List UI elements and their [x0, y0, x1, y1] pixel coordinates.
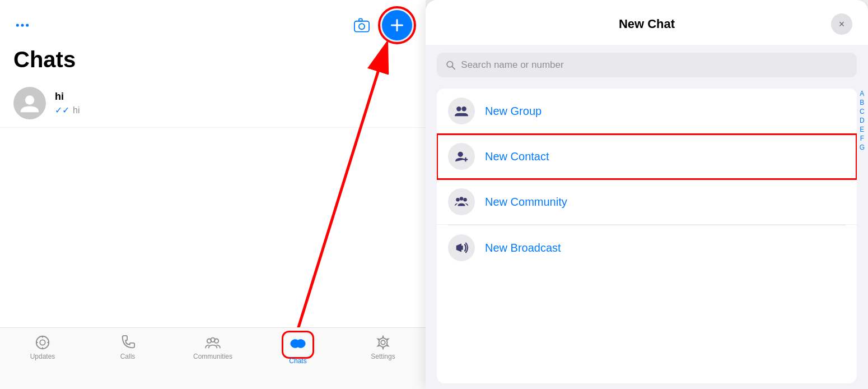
svg-point-31	[463, 198, 467, 202]
chat-preview: ✓✓ hi	[55, 105, 80, 115]
svg-rect-5	[359, 18, 362, 21]
chat-list-item[interactable]: hi ✓✓ hi	[0, 79, 426, 128]
new-contact-item[interactable]: New Contact	[437, 134, 857, 179]
svg-point-12	[40, 340, 45, 345]
search-bar[interactable]	[437, 53, 857, 77]
svg-point-27	[458, 152, 463, 157]
right-panel: New Chat × New Group	[426, 0, 868, 389]
community-icon	[454, 194, 469, 209]
tab-communities[interactable]: Communities	[170, 335, 255, 360]
svg-point-0	[16, 24, 19, 26]
tab-communities-label: Communities	[193, 353, 232, 360]
svg-point-22	[381, 340, 385, 344]
svg-line-24	[452, 67, 455, 70]
header-icons	[353, 10, 412, 40]
group-icon	[454, 104, 469, 118]
tab-updates-label: Updates	[30, 353, 55, 360]
left-panel: Chats hi ✓✓ hi	[0, 0, 426, 389]
svg-point-23	[447, 62, 452, 67]
new-broadcast-item[interactable]: New Broadcast	[437, 225, 857, 270]
alpha-b[interactable]: B	[860, 99, 865, 106]
svg-rect-33	[461, 246, 463, 249]
alpha-e[interactable]: E	[860, 126, 865, 133]
svg-point-2	[26, 24, 29, 26]
tab-chats-highlight	[286, 335, 310, 355]
tab-settings-label: Settings	[371, 353, 395, 360]
header-bar	[0, 0, 426, 45]
chat-name: hi	[55, 91, 80, 103]
broadcast-icon	[454, 240, 469, 255]
menu-list: New Group New Contact	[437, 89, 857, 383]
close-button[interactable]: ×	[831, 13, 852, 35]
alpha-g[interactable]: G	[860, 143, 865, 151]
new-chat-button[interactable]	[382, 10, 412, 40]
tab-chats[interactable]: Chats	[255, 335, 340, 365]
alpha-c[interactable]: C	[860, 108, 865, 115]
search-input[interactable]	[461, 59, 848, 71]
tab-chats-label: Chats	[289, 357, 306, 365]
new-group-item[interactable]: New Group	[437, 89, 857, 134]
alpha-index: A B C D E F G	[860, 90, 865, 151]
tab-calls[interactable]: Calls	[85, 335, 170, 360]
tab-bar: Updates Calls Communities	[0, 327, 426, 389]
more-button[interactable]	[13, 16, 31, 34]
alpha-d[interactable]: D	[860, 117, 865, 124]
camera-button[interactable]	[353, 16, 371, 34]
svg-rect-7	[391, 25, 403, 26]
alpha-f[interactable]: F	[860, 135, 865, 142]
svg-rect-3	[354, 21, 369, 32]
panel-header: New Chat ×	[426, 0, 868, 45]
new-contact-label: New Contact	[485, 150, 549, 163]
svg-point-32	[460, 197, 464, 201]
svg-point-21	[296, 340, 305, 348]
svg-point-26	[461, 106, 466, 111]
new-group-icon-circle	[448, 98, 475, 124]
search-icon	[446, 60, 455, 70]
new-contact-icon-circle	[448, 143, 475, 170]
new-community-label: New Community	[485, 196, 567, 209]
add-person-icon	[454, 149, 469, 164]
new-group-label: New Group	[485, 105, 542, 118]
tab-updates[interactable]: Updates	[0, 335, 85, 360]
avatar	[13, 87, 46, 119]
read-receipt-icon: ✓✓	[55, 105, 69, 115]
svg-point-30	[456, 198, 460, 202]
panel-title: New Chat	[619, 17, 675, 31]
page-title: Chats	[0, 45, 426, 79]
svg-point-1	[21, 24, 24, 26]
alpha-a[interactable]: A	[860, 90, 865, 98]
chat-info: hi ✓✓ hi	[55, 91, 80, 115]
svg-point-8	[25, 95, 34, 104]
new-broadcast-icon-circle	[448, 234, 475, 261]
new-community-item[interactable]: New Community	[437, 179, 857, 225]
svg-point-25	[456, 106, 461, 111]
tab-settings[interactable]: Settings	[340, 335, 426, 360]
new-broadcast-label: New Broadcast	[485, 242, 561, 254]
preview-text: hi	[73, 105, 80, 115]
svg-point-11	[36, 336, 49, 349]
new-community-icon-circle	[448, 188, 475, 215]
tab-calls-label: Calls	[120, 353, 136, 360]
svg-point-4	[359, 24, 365, 29]
